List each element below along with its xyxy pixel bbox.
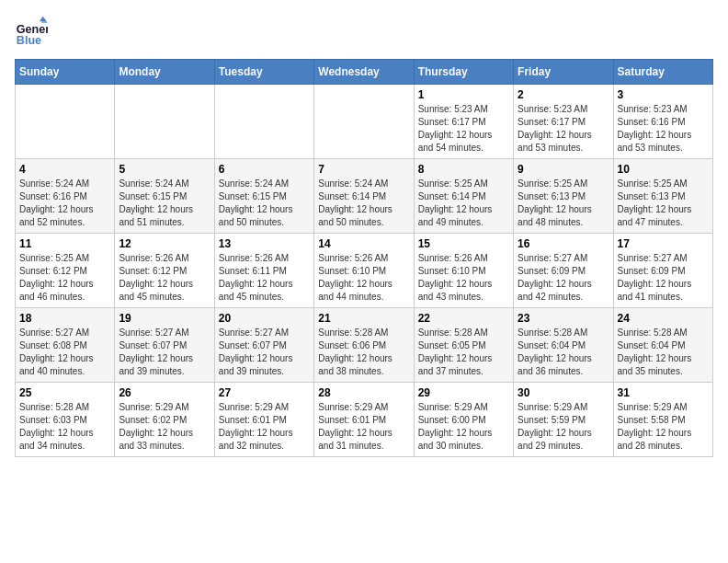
day-number: 7 bbox=[318, 163, 409, 176]
day-info: Sunrise: 5:25 AM Sunset: 6:12 PM Dayligh… bbox=[19, 252, 110, 304]
calendar-cell: 3Sunrise: 5:23 AM Sunset: 6:16 PM Daylig… bbox=[613, 85, 712, 159]
day-info: Sunrise: 5:29 AM Sunset: 6:01 PM Dayligh… bbox=[318, 401, 409, 453]
day-number: 10 bbox=[618, 163, 709, 176]
calendar-cell: 16Sunrise: 5:27 AM Sunset: 6:09 PM Dayli… bbox=[514, 234, 613, 308]
calendar-cell: 15Sunrise: 5:26 AM Sunset: 6:10 PM Dayli… bbox=[414, 234, 513, 308]
calendar-cell: 22Sunrise: 5:28 AM Sunset: 6:05 PM Dayli… bbox=[414, 308, 513, 383]
day-number: 15 bbox=[418, 237, 509, 250]
day-header-wednesday: Wednesday bbox=[314, 60, 414, 85]
day-number: 17 bbox=[618, 237, 709, 250]
calendar-cell: 11Sunrise: 5:25 AM Sunset: 6:12 PM Dayli… bbox=[16, 234, 115, 308]
day-number: 27 bbox=[219, 386, 310, 399]
day-number: 2 bbox=[518, 88, 609, 101]
day-header-tuesday: Tuesday bbox=[214, 60, 313, 85]
calendar-cell: 18Sunrise: 5:27 AM Sunset: 6:08 PM Dayli… bbox=[16, 308, 115, 383]
day-info: Sunrise: 5:28 AM Sunset: 6:04 PM Dayligh… bbox=[618, 327, 709, 378]
day-info: Sunrise: 5:25 AM Sunset: 6:14 PM Dayligh… bbox=[418, 178, 509, 229]
calendar-week-4: 18Sunrise: 5:27 AM Sunset: 6:08 PM Dayli… bbox=[16, 308, 713, 383]
day-number: 11 bbox=[19, 237, 110, 250]
day-number: 3 bbox=[618, 88, 709, 101]
day-number: 20 bbox=[219, 312, 310, 325]
day-info: Sunrise: 5:27 AM Sunset: 6:08 PM Dayligh… bbox=[19, 327, 110, 378]
day-info: Sunrise: 5:24 AM Sunset: 6:15 PM Dayligh… bbox=[219, 178, 310, 229]
page-header: General Blue bbox=[15, 15, 713, 48]
day-number: 1 bbox=[418, 88, 509, 101]
day-number: 19 bbox=[119, 312, 210, 325]
day-number: 13 bbox=[219, 237, 310, 250]
day-info: Sunrise: 5:25 AM Sunset: 6:13 PM Dayligh… bbox=[518, 178, 609, 229]
day-number: 5 bbox=[119, 163, 210, 176]
day-number: 22 bbox=[418, 312, 509, 325]
day-info: Sunrise: 5:23 AM Sunset: 6:16 PM Dayligh… bbox=[618, 103, 709, 155]
day-number: 26 bbox=[119, 386, 210, 399]
calendar-cell: 29Sunrise: 5:29 AM Sunset: 6:00 PM Dayli… bbox=[414, 383, 513, 457]
day-number: 6 bbox=[219, 163, 310, 176]
day-number: 8 bbox=[418, 163, 509, 176]
day-number: 21 bbox=[318, 312, 409, 325]
day-number: 24 bbox=[618, 312, 709, 325]
calendar-cell: 13Sunrise: 5:26 AM Sunset: 6:11 PM Dayli… bbox=[214, 234, 313, 308]
day-info: Sunrise: 5:25 AM Sunset: 6:13 PM Dayligh… bbox=[618, 178, 709, 229]
calendar-cell: 14Sunrise: 5:26 AM Sunset: 6:10 PM Dayli… bbox=[314, 234, 414, 308]
day-number: 28 bbox=[318, 386, 409, 399]
day-info: Sunrise: 5:26 AM Sunset: 6:10 PM Dayligh… bbox=[418, 252, 509, 304]
calendar-cell bbox=[214, 85, 313, 159]
calendar-cell: 8Sunrise: 5:25 AM Sunset: 6:14 PM Daylig… bbox=[414, 159, 513, 234]
day-header-saturday: Saturday bbox=[613, 60, 712, 85]
calendar-cell: 19Sunrise: 5:27 AM Sunset: 6:07 PM Dayli… bbox=[115, 308, 214, 383]
day-header-thursday: Thursday bbox=[414, 60, 513, 85]
calendar-week-1: 1Sunrise: 5:23 AM Sunset: 6:17 PM Daylig… bbox=[16, 85, 713, 159]
calendar-cell: 9Sunrise: 5:25 AM Sunset: 6:13 PM Daylig… bbox=[514, 159, 613, 234]
calendar-cell: 30Sunrise: 5:29 AM Sunset: 5:59 PM Dayli… bbox=[514, 383, 613, 457]
day-info: Sunrise: 5:24 AM Sunset: 6:16 PM Dayligh… bbox=[19, 178, 110, 229]
day-info: Sunrise: 5:23 AM Sunset: 6:17 PM Dayligh… bbox=[518, 103, 609, 155]
day-info: Sunrise: 5:29 AM Sunset: 5:58 PM Dayligh… bbox=[618, 401, 709, 453]
day-info: Sunrise: 5:27 AM Sunset: 6:07 PM Dayligh… bbox=[219, 327, 310, 378]
day-info: Sunrise: 5:26 AM Sunset: 6:11 PM Dayligh… bbox=[219, 252, 310, 304]
day-info: Sunrise: 5:26 AM Sunset: 6:10 PM Dayligh… bbox=[318, 252, 409, 304]
calendar-cell bbox=[16, 85, 115, 159]
calendar-cell: 6Sunrise: 5:24 AM Sunset: 6:15 PM Daylig… bbox=[214, 159, 313, 234]
calendar-cell: 12Sunrise: 5:26 AM Sunset: 6:12 PM Dayli… bbox=[115, 234, 214, 308]
day-info: Sunrise: 5:26 AM Sunset: 6:12 PM Dayligh… bbox=[119, 252, 210, 304]
calendar-cell bbox=[115, 85, 214, 159]
day-number: 31 bbox=[618, 386, 709, 399]
calendar-cell: 26Sunrise: 5:29 AM Sunset: 6:02 PM Dayli… bbox=[115, 383, 214, 457]
day-number: 29 bbox=[418, 386, 509, 399]
day-number: 25 bbox=[19, 386, 110, 399]
day-number: 14 bbox=[318, 237, 409, 250]
calendar-week-3: 11Sunrise: 5:25 AM Sunset: 6:12 PM Dayli… bbox=[16, 234, 713, 308]
svg-text:Blue: Blue bbox=[17, 34, 41, 47]
calendar-cell: 4Sunrise: 5:24 AM Sunset: 6:16 PM Daylig… bbox=[16, 159, 115, 234]
calendar-week-5: 25Sunrise: 5:28 AM Sunset: 6:03 PM Dayli… bbox=[16, 383, 713, 457]
day-info: Sunrise: 5:29 AM Sunset: 6:01 PM Dayligh… bbox=[219, 401, 310, 453]
day-info: Sunrise: 5:24 AM Sunset: 6:14 PM Dayligh… bbox=[318, 178, 409, 229]
logo: General Blue bbox=[15, 15, 51, 48]
day-header-monday: Monday bbox=[115, 60, 214, 85]
day-number: 9 bbox=[518, 163, 609, 176]
day-number: 23 bbox=[518, 312, 609, 325]
calendar-cell: 23Sunrise: 5:28 AM Sunset: 6:04 PM Dayli… bbox=[514, 308, 613, 383]
day-info: Sunrise: 5:29 AM Sunset: 5:59 PM Dayligh… bbox=[518, 401, 609, 453]
calendar-cell: 25Sunrise: 5:28 AM Sunset: 6:03 PM Dayli… bbox=[16, 383, 115, 457]
calendar-cell: 17Sunrise: 5:27 AM Sunset: 6:09 PM Dayli… bbox=[613, 234, 712, 308]
day-info: Sunrise: 5:27 AM Sunset: 6:09 PM Dayligh… bbox=[518, 252, 609, 304]
calendar-cell: 21Sunrise: 5:28 AM Sunset: 6:06 PM Dayli… bbox=[314, 308, 414, 383]
day-number: 18 bbox=[19, 312, 110, 325]
calendar-body: 1Sunrise: 5:23 AM Sunset: 6:17 PM Daylig… bbox=[16, 85, 713, 457]
calendar-table: SundayMondayTuesdayWednesdayThursdayFrid… bbox=[15, 59, 713, 457]
logo-icon: General Blue bbox=[15, 15, 48, 48]
calendar-cell: 27Sunrise: 5:29 AM Sunset: 6:01 PM Dayli… bbox=[214, 383, 313, 457]
calendar-header-row: SundayMondayTuesdayWednesdayThursdayFrid… bbox=[16, 60, 713, 85]
calendar-cell: 24Sunrise: 5:28 AM Sunset: 6:04 PM Dayli… bbox=[613, 308, 712, 383]
day-number: 12 bbox=[119, 237, 210, 250]
day-info: Sunrise: 5:24 AM Sunset: 6:15 PM Dayligh… bbox=[119, 178, 210, 229]
day-info: Sunrise: 5:28 AM Sunset: 6:06 PM Dayligh… bbox=[318, 327, 409, 378]
day-header-friday: Friday bbox=[514, 60, 613, 85]
calendar-cell: 31Sunrise: 5:29 AM Sunset: 5:58 PM Dayli… bbox=[613, 383, 712, 457]
day-header-sunday: Sunday bbox=[16, 60, 115, 85]
calendar-week-2: 4Sunrise: 5:24 AM Sunset: 6:16 PM Daylig… bbox=[16, 159, 713, 234]
calendar-cell: 10Sunrise: 5:25 AM Sunset: 6:13 PM Dayli… bbox=[613, 159, 712, 234]
day-info: Sunrise: 5:28 AM Sunset: 6:03 PM Dayligh… bbox=[19, 401, 110, 453]
calendar-cell: 7Sunrise: 5:24 AM Sunset: 6:14 PM Daylig… bbox=[314, 159, 414, 234]
